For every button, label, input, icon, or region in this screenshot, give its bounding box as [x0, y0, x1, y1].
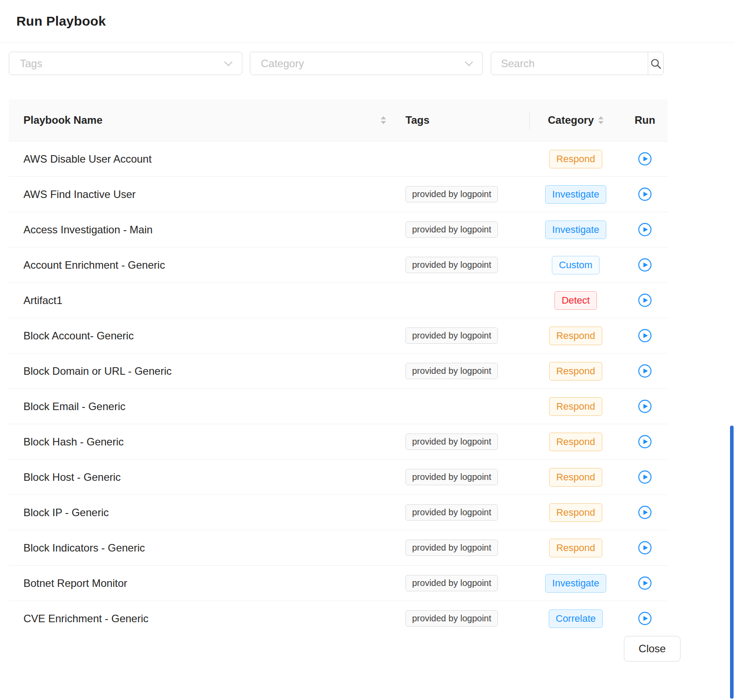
search-button[interactable] [648, 52, 663, 75]
playbook-name-cell: Access Investigation - Main [9, 212, 397, 247]
playbook-name-cell: Artifact1 [9, 283, 397, 318]
run-playbook-button[interactable] [638, 612, 652, 625]
run-playbook-button[interactable] [638, 329, 652, 342]
tags-filter-select[interactable]: Tags [9, 52, 242, 75]
playbook-name: CVE Enrichment - Generic [23, 612, 149, 625]
run-cell [622, 141, 668, 176]
run-playbook-button[interactable] [638, 506, 652, 519]
playbook-table: Playbook Name Tags Category Run AWS Disa… [9, 99, 668, 636]
table-header-row: Playbook Name Tags Category Run [9, 99, 668, 141]
column-header-label: Tags [405, 114, 429, 126]
run-cell [622, 601, 668, 636]
category-cell: Respond [529, 318, 622, 353]
category-badge: Respond [549, 539, 602, 557]
category-badge: Respond [549, 433, 602, 451]
modal-title: Run Playbook [16, 14, 106, 29]
run-playbook-button[interactable] [638, 293, 652, 307]
category-badge: Investigate [545, 221, 606, 239]
search-box [491, 52, 664, 75]
run-cell [622, 566, 668, 601]
playbook-name: Botnet Report Monitor [23, 577, 127, 590]
category-badge: Respond [549, 150, 602, 168]
column-header-label: Run [635, 114, 655, 126]
category-cell: Correlate [529, 601, 622, 636]
playbook-name-cell: Block Email - Generic [9, 389, 397, 424]
playbook-name: Block Indicators - Generic [23, 542, 145, 554]
category-cell: Respond [529, 460, 622, 495]
tag-chip: provided by logpoint [405, 434, 498, 450]
run-cell [622, 354, 668, 388]
run-cell [622, 318, 668, 353]
category-cell: Detect [529, 283, 622, 318]
tags-cell: provided by logpoint [397, 247, 529, 282]
tags-cell: provided by logpoint [397, 601, 529, 636]
playbook-name: Access Investigation - Main [23, 224, 153, 236]
run-playbook-button[interactable] [638, 152, 652, 166]
tag-chip: provided by logpoint [405, 504, 498, 521]
search-input[interactable] [491, 52, 648, 75]
playbook-name: Block Host - Generic [23, 471, 121, 483]
table-row: Access Investigation - Main provided by … [9, 212, 668, 247]
playbook-name-cell: Block Account- Generic [9, 318, 397, 353]
run-playbook-button[interactable] [638, 364, 652, 378]
run-playbook-button[interactable] [638, 187, 652, 201]
tag-chip: provided by logpoint [405, 540, 498, 556]
table-row: Block Indicators - Generic provided by l… [9, 530, 668, 566]
playbook-name-cell: AWS Disable User Account [9, 141, 397, 176]
play-icon [638, 258, 652, 272]
table-row: Block Account- Generic provided by logpo… [9, 318, 668, 354]
sort-icon[interactable] [381, 116, 386, 124]
category-cell: Investigate [529, 177, 622, 212]
modal-header: Run Playbook [0, 0, 734, 43]
table-row: Botnet Report Monitor provided by logpoi… [9, 566, 668, 601]
play-icon [638, 223, 652, 236]
category-badge: Custom [552, 256, 600, 274]
run-playbook-button[interactable] [638, 541, 652, 555]
category-filter-placeholder: Category [261, 57, 304, 70]
run-playbook-button[interactable] [638, 258, 652, 272]
playbook-name: Account Enrichment - Generic [23, 259, 165, 271]
category-badge: Respond [549, 503, 602, 522]
run-cell [622, 283, 668, 318]
category-cell: Respond [529, 354, 622, 388]
sort-icon[interactable] [598, 116, 604, 124]
run-cell [622, 530, 668, 565]
playbook-name: Block Account- Generic [23, 330, 134, 342]
category-cell: Respond [529, 141, 622, 176]
tags-cell: provided by logpoint [397, 424, 529, 459]
playbook-name-cell: AWS Find Inactive User [9, 177, 397, 212]
tags-cell [397, 283, 529, 318]
tags-cell: provided by logpoint [397, 354, 529, 388]
tags-cell: provided by logpoint [397, 566, 529, 601]
category-cell: Respond [529, 530, 622, 565]
column-header-run: Run [622, 99, 668, 141]
scrollbar-thumb[interactable] [730, 426, 734, 699]
filter-bar: Tags Category [0, 43, 734, 99]
column-header-label: Playbook Name [23, 114, 103, 126]
column-header-playbook-name[interactable]: Playbook Name [9, 99, 397, 141]
column-header-tags: Tags [397, 99, 529, 141]
run-playbook-button[interactable] [638, 435, 652, 449]
run-playbook-button[interactable] [638, 399, 652, 413]
playbook-name: Block IP - Generic [23, 506, 109, 519]
close-button[interactable]: Close [624, 636, 680, 662]
playbook-name-cell: Block IP - Generic [9, 495, 397, 530]
run-playbook-button[interactable] [638, 576, 652, 590]
table-row: Block Host - Generic provided by logpoin… [9, 460, 668, 495]
tag-chip: provided by logpoint [405, 363, 498, 379]
run-playbook-button[interactable] [638, 223, 652, 236]
category-filter-select[interactable]: Category [250, 52, 483, 75]
chevron-down-icon [224, 58, 232, 66]
table-body: AWS Disable User Account Respond AWS Fin… [9, 141, 668, 636]
run-playbook-button[interactable] [638, 470, 652, 484]
table-row: AWS Disable User Account Respond [9, 141, 668, 177]
category-badge: Respond [549, 397, 602, 416]
play-icon [638, 576, 652, 590]
category-cell: Investigate [529, 212, 622, 247]
playbook-name-cell: Account Enrichment - Generic [9, 247, 397, 282]
column-header-category[interactable]: Category [529, 99, 622, 141]
modal-footer: Close [0, 635, 734, 700]
category-badge: Investigate [545, 185, 606, 204]
playbook-name-cell: Botnet Report Monitor [9, 566, 397, 601]
category-cell: Respond [529, 389, 622, 424]
